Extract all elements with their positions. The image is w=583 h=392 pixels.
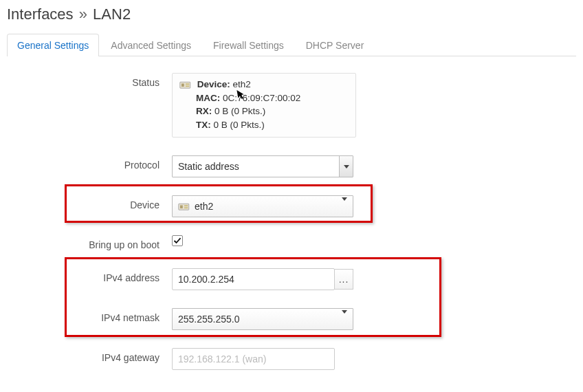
svg-rect-7: [184, 207, 188, 208]
svg-rect-2: [186, 83, 189, 85]
device-selected: eth2: [195, 201, 213, 212]
label-bring-up: Bring up on boot: [7, 235, 172, 250]
bring-up-checkbox[interactable]: [172, 235, 183, 246]
tab-advanced-settings[interactable]: Advanced Settings: [100, 34, 201, 56]
label-ipv4-address: IPv4 address: [7, 268, 172, 283]
label-ipv4-netmask: IPv4 netmask: [7, 308, 172, 323]
status-box: Device: eth2 MAC: 0C:76:09:C7:00:02 RX: …: [172, 73, 356, 138]
protocol-select[interactable]: Static address: [172, 155, 353, 177]
status-device-label: Device:: [197, 79, 230, 89]
ipv4-address-input[interactable]: [172, 268, 335, 290]
svg-rect-6: [184, 205, 188, 206]
label-status: Status: [7, 73, 172, 88]
breadcrumb-sub: LAN2: [93, 6, 131, 23]
status-rx-value: 0 B (0 Pkts.): [214, 106, 265, 116]
status-tx-value: 0 B (0 Pkts.): [214, 120, 265, 130]
svg-rect-5: [180, 205, 183, 208]
svg-rect-1: [182, 83, 184, 87]
breadcrumb-sep: »: [79, 6, 87, 23]
tab-firewall-settings[interactable]: Firewall Settings: [203, 34, 294, 56]
page-title: Interfaces » LAN2: [7, 6, 576, 23]
nic-icon: [179, 80, 192, 89]
status-mac-value: 0C:76:09:C7:00:02: [223, 93, 300, 103]
tab-dhcp-server[interactable]: DHCP Server: [296, 34, 375, 56]
label-device: Device: [7, 195, 172, 210]
nic-icon: [178, 202, 190, 211]
status-mac-label: MAC:: [196, 93, 220, 103]
status-rx-label: RX:: [196, 106, 212, 116]
label-protocol: Protocol: [7, 155, 172, 171]
chevron-down-icon: [342, 201, 347, 212]
chevron-down-icon: [339, 156, 353, 177]
protocol-selected: Static address: [178, 161, 239, 172]
svg-rect-3: [186, 85, 189, 87]
status-tx-label: TX:: [196, 120, 211, 130]
tab-general-settings[interactable]: General Settings: [7, 34, 99, 56]
ipv4-netmask-select[interactable]: 255.255.255.0: [172, 308, 353, 330]
ipv4-gateway-input[interactable]: [172, 348, 335, 370]
breadcrumb-main: Interfaces: [7, 6, 74, 23]
ipv4-address-more-button[interactable]: ...: [334, 269, 353, 290]
label-ipv4-gateway: IPv4 gateway: [7, 348, 172, 363]
device-select[interactable]: eth2: [172, 195, 353, 217]
ipv4-netmask-selected: 255.255.255.0: [178, 314, 240, 325]
chevron-down-icon: [342, 314, 347, 325]
tabs: General Settings Advanced Settings Firew…: [7, 33, 576, 56]
